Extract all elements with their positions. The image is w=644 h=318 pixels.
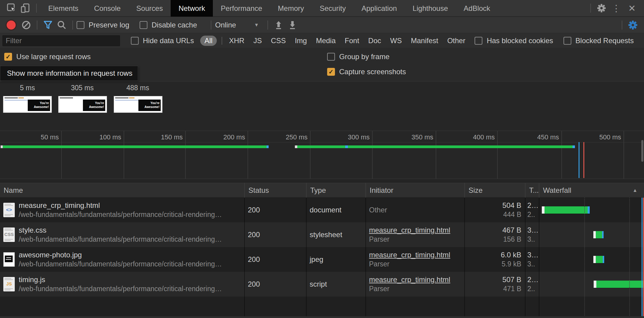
filter-input[interactable] bbox=[2, 35, 120, 46]
checkbox-unchecked[interactable] bbox=[564, 37, 571, 45]
network-throttling-select[interactable]: Online ▼ bbox=[215, 21, 259, 29]
tab-adblock[interactable]: AdBlock bbox=[456, 0, 498, 17]
preserve-log-checkbox[interactable]: Preserve log bbox=[77, 21, 129, 29]
tab-console[interactable]: Console bbox=[86, 0, 128, 17]
tab-sources[interactable]: Sources bbox=[128, 0, 171, 17]
screenshot-time-label: 305 ms bbox=[58, 84, 107, 92]
clear-network-log-icon[interactable] bbox=[19, 18, 33, 32]
overview-scrollbar-thumb[interactable] bbox=[641, 140, 643, 162]
chevron-down-icon: ▼ bbox=[254, 22, 259, 28]
filter-type-ws[interactable]: WS bbox=[390, 37, 402, 45]
checkbox-unchecked[interactable] bbox=[140, 21, 147, 29]
column-header-initiator[interactable]: Initiator bbox=[365, 183, 464, 198]
column-divider[interactable] bbox=[539, 198, 539, 318]
waterfall-bar[interactable] bbox=[593, 256, 604, 263]
screenshot-thumbnail[interactable]: You're Awesome! bbox=[58, 96, 107, 113]
column-divider[interactable] bbox=[365, 198, 366, 318]
table-row[interactable]: JS timing.js /web-fundamentals/fundament… bbox=[0, 272, 644, 297]
bar-segment-blue bbox=[345, 145, 348, 148]
inspect-element-icon[interactable] bbox=[5, 2, 19, 15]
capture-screenshots-checkbox[interactable]: ✓ Capture screenshots bbox=[327, 68, 406, 76]
tab-memory[interactable]: Memory bbox=[270, 0, 312, 17]
filter-type-manifest[interactable]: Manifest bbox=[411, 37, 438, 45]
search-icon[interactable] bbox=[55, 18, 69, 32]
filter-type-font[interactable]: Font bbox=[345, 37, 359, 45]
settings-gear-icon[interactable] bbox=[595, 2, 608, 15]
tab-network[interactable]: Network bbox=[171, 0, 213, 17]
column-header-size[interactable]: Size bbox=[464, 183, 525, 198]
tick-label: 500 ms bbox=[576, 133, 621, 141]
separator bbox=[37, 21, 37, 30]
column-divider[interactable] bbox=[244, 198, 245, 318]
filter-type-js[interactable]: JS bbox=[254, 37, 262, 45]
filter-type-other[interactable]: Other bbox=[447, 37, 465, 45]
more-options-icon[interactable]: ⋮ bbox=[608, 3, 624, 14]
thumbnail-text-line bbox=[5, 97, 18, 98]
table-row[interactable]: <> measure_crp_timing.html /web-fundamen… bbox=[0, 198, 644, 222]
filter-type-media[interactable]: Media bbox=[316, 37, 336, 45]
tab-application[interactable]: Application bbox=[354, 0, 405, 17]
waterfall-gridline bbox=[629, 198, 630, 318]
group-by-frame-checkbox[interactable]: Group by frame bbox=[327, 52, 390, 61]
hide-data-urls-checkbox[interactable]: Hide data URLs bbox=[131, 37, 194, 45]
waterfall-bar[interactable] bbox=[542, 206, 590, 214]
checkbox-unchecked[interactable] bbox=[77, 21, 84, 29]
import-har-icon[interactable] bbox=[272, 18, 286, 32]
network-overview-timeline[interactable]: 50 ms 100 ms 150 ms 200 ms 250 ms 300 ms… bbox=[0, 131, 644, 179]
network-filter-bar: Hide data URLs All XHR JS CSS Img Media … bbox=[0, 33, 644, 48]
checkbox-checked[interactable]: ✓ bbox=[4, 53, 12, 61]
gridline bbox=[561, 131, 562, 179]
use-large-request-rows-checkbox[interactable]: ✓ Use large request rows bbox=[4, 52, 91, 61]
checkbox-checked[interactable]: ✓ bbox=[327, 68, 335, 76]
blocked-requests-checkbox[interactable]: Blocked Requests bbox=[564, 37, 634, 45]
group-by-frame-label: Group by frame bbox=[339, 52, 390, 61]
time-latency: 2.. bbox=[527, 284, 539, 293]
column-header-time[interactable]: T... bbox=[525, 183, 539, 198]
column-header-name[interactable]: Name bbox=[0, 183, 244, 198]
column-header-waterfall[interactable]: Waterfall bbox=[539, 183, 644, 198]
waterfall-bar[interactable] bbox=[594, 281, 644, 288]
filter-type-all[interactable]: All bbox=[200, 36, 217, 46]
time-latency: 3.. bbox=[527, 259, 539, 269]
checkbox-unchecked[interactable] bbox=[475, 37, 482, 45]
size-transferred: 156 B bbox=[464, 235, 521, 244]
network-settings-gear-icon[interactable] bbox=[626, 18, 640, 32]
tab-performance[interactable]: Performance bbox=[213, 0, 270, 17]
tab-elements[interactable]: Elements bbox=[40, 0, 86, 17]
column-divider[interactable] bbox=[525, 198, 526, 318]
disable-cache-checkbox[interactable]: Disable cache bbox=[140, 21, 197, 29]
waterfall-bar[interactable] bbox=[593, 231, 604, 238]
column-header-type[interactable]: Type bbox=[306, 183, 365, 198]
filter-funnel-icon[interactable] bbox=[41, 18, 55, 32]
table-row[interactable]: awesome-photo.jpg /web-fundamentals/fund… bbox=[0, 247, 644, 272]
filter-type-css[interactable]: CSS bbox=[271, 37, 286, 45]
record-network-log-button[interactable] bbox=[7, 21, 16, 30]
devtools-tabbar: Elements Console Sources Network Perform… bbox=[0, 0, 644, 17]
column-header-status[interactable]: Status bbox=[244, 183, 306, 198]
tab-security[interactable]: Security bbox=[312, 0, 354, 17]
checkbox-unchecked[interactable] bbox=[131, 37, 139, 45]
column-divider[interactable] bbox=[306, 198, 307, 318]
waterfall-gridline bbox=[584, 198, 585, 318]
column-divider[interactable] bbox=[464, 198, 465, 318]
status-cell: 200 bbox=[244, 272, 306, 297]
export-har-icon[interactable] bbox=[286, 18, 299, 32]
initiator-link[interactable]: measure_crp_timing.html bbox=[369, 250, 464, 259]
tab-lighthouse[interactable]: Lighthouse bbox=[405, 0, 456, 17]
screenshot-thumbnail[interactable]: You're Awesome! bbox=[3, 96, 52, 113]
initiator-link[interactable]: measure_crp_timing.html bbox=[369, 275, 464, 284]
initiator-link[interactable]: measure_crp_timing.html bbox=[369, 226, 464, 235]
has-blocked-cookies-checkbox[interactable]: Has blocked cookies bbox=[475, 37, 553, 45]
screenshot-thumbnail[interactable]: You're Awesome! bbox=[114, 96, 163, 113]
filter-type-xhr[interactable]: XHR bbox=[229, 37, 245, 45]
filter-type-img[interactable]: Img bbox=[295, 37, 307, 45]
request-table-body: <> measure_crp_timing.html /web-fundamen… bbox=[0, 198, 644, 318]
device-toolbar-icon[interactable] bbox=[19, 2, 33, 15]
sort-ascending-icon[interactable]: ▲ bbox=[633, 183, 637, 197]
table-row[interactable]: CSS style.css /web-fundamentals/fundamen… bbox=[0, 222, 644, 247]
close-devtools-icon[interactable]: ✕ bbox=[624, 3, 640, 14]
time-cell: 2… 2.. bbox=[525, 198, 539, 222]
checkbox-unchecked[interactable] bbox=[327, 53, 335, 61]
tick-label: 350 ms bbox=[388, 133, 433, 141]
filter-type-doc[interactable]: Doc bbox=[368, 37, 381, 45]
